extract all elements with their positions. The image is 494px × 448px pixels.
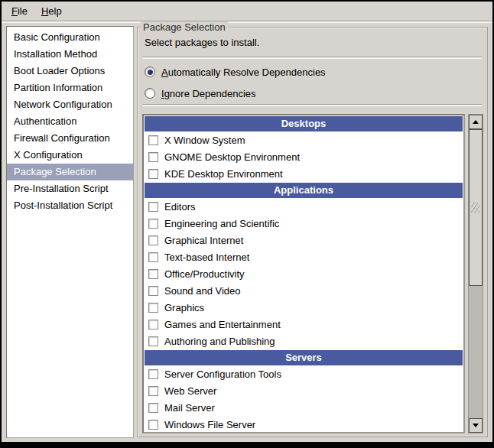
package-row[interactable]: Office/Productivity [144, 265, 463, 282]
package-label: Engineering and Scientific [164, 218, 279, 229]
sidebar-item[interactable]: Boot Loader Options [7, 63, 133, 80]
menubar: File Help [2, 2, 492, 21]
sidebar-item[interactable]: Post-Installation Script [7, 197, 133, 214]
package-checkbox[interactable] [148, 219, 158, 229]
package-label: Games and Entertainment [164, 319, 281, 330]
package-row[interactable]: Authoring and Publishing [144, 333, 463, 349]
radio-auto-resolve-dependencies[interactable]: Automatically Resolve Dependencies [145, 63, 326, 80]
package-label: X Window System [164, 135, 245, 146]
package-row-partial[interactable] [144, 433, 463, 433]
package-row[interactable]: Text-based Internet [144, 248, 463, 265]
package-row[interactable]: Sound and Video [144, 282, 463, 299]
package-checkbox[interactable] [148, 336, 158, 346]
frame-description: Select packages to install. [145, 37, 259, 48]
menu-file[interactable]: File [5, 3, 34, 19]
radio-button[interactable] [145, 88, 155, 99]
sidebar-item[interactable]: Network Configuration [7, 96, 133, 113]
down-arrow-icon [473, 424, 479, 427]
scroll-up-button[interactable] [469, 115, 483, 129]
menu-help[interactable]: Help [34, 3, 69, 19]
package-row[interactable]: Games and Entertainment [144, 316, 463, 333]
package-label: Graphical Internet [164, 235, 243, 246]
package-checkbox[interactable] [148, 235, 158, 245]
sidebar-item[interactable]: Firewall Configuration [7, 130, 133, 147]
package-list: DesktopsX Window SystemGNOME Desktop Env… [142, 114, 465, 433]
package-checkbox[interactable] [148, 286, 158, 296]
package-row[interactable]: X Window System [144, 131, 463, 148]
package-row[interactable]: Editors [144, 198, 463, 215]
scrollbar-thumb[interactable] [469, 129, 483, 286]
radio-ignore-dependencies[interactable]: Ignore Dependencies [145, 85, 256, 102]
package-row[interactable]: Engineering and Scientific [144, 215, 463, 232]
package-label: KDE Desktop Environment [164, 168, 283, 180]
thumb-grip-icon [471, 203, 480, 213]
package-checkbox[interactable] [148, 386, 158, 396]
package-list-area: DesktopsX Window SystemGNOME Desktop Env… [142, 114, 483, 433]
sidebar-item[interactable]: X Configuration [7, 147, 133, 164]
vertical-scrollbar[interactable] [468, 114, 483, 433]
package-selection-frame: Package Selection Select packages to ins… [137, 27, 488, 437]
package-checkbox[interactable] [148, 303, 158, 313]
package-row[interactable]: Server Configuration Tools [144, 365, 463, 382]
package-row[interactable]: GNOME Desktop Environment [144, 148, 463, 165]
package-group-header: Servers [145, 350, 463, 365]
radio-button[interactable] [145, 67, 155, 77]
package-label: Windows File Server [164, 419, 255, 430]
separator [143, 104, 482, 106]
package-label: Web Server [164, 385, 216, 397]
sidebar-item[interactable]: Pre-Installation Script [7, 180, 133, 197]
radio-label: Ignore Dependencies [161, 88, 256, 99]
kickstart-configurator-window: File Help Basic ConfigurationInstallatio… [0, 0, 494, 448]
sidebar-item[interactable]: Authentication [7, 113, 133, 130]
frame-title: Package Selection [141, 21, 228, 33]
package-checkbox[interactable] [148, 369, 158, 379]
sidebar-list: Basic ConfigurationInstallation MethodBo… [6, 26, 134, 438]
package-row[interactable]: Graphical Internet [144, 232, 463, 248]
package-label: Server Configuration Tools [164, 368, 281, 380]
package-checkbox[interactable] [148, 320, 158, 330]
package-checkbox[interactable] [148, 169, 158, 179]
package-label: Office/Productivity [164, 268, 245, 280]
scroll-down-button[interactable] [469, 418, 483, 433]
package-checkbox[interactable] [148, 420, 158, 430]
package-group-header: Applications [145, 183, 463, 198]
package-checkbox[interactable] [148, 403, 158, 413]
package-checkbox[interactable] [148, 252, 158, 262]
up-arrow-icon [473, 120, 479, 124]
package-row[interactable]: Graphics [144, 299, 463, 316]
package-group-header: Desktops [145, 116, 463, 131]
package-label: Text-based Internet [164, 252, 249, 263]
sidebar-item[interactable]: Installation Method [7, 46, 133, 63]
package-checkbox[interactable] [148, 135, 158, 145]
radio-label: Automatically Resolve Dependencies [161, 67, 326, 78]
package-row[interactable]: KDE Desktop Environment [144, 165, 463, 182]
package-checkbox[interactable] [148, 152, 158, 162]
package-label: GNOME Desktop Environment [164, 151, 300, 163]
package-label: Mail Server [164, 402, 215, 414]
menubar-separator [2, 21, 492, 23]
radio-dot [148, 70, 153, 75]
sidebar-item[interactable]: Basic Configuration [7, 29, 133, 46]
package-label: Sound and Video [164, 285, 241, 297]
separator [143, 57, 482, 59]
package-row[interactable]: Web Server [144, 382, 463, 399]
package-row[interactable]: Mail Server [144, 399, 463, 416]
package-checkbox[interactable] [148, 202, 158, 212]
sidebar-item[interactable]: Package Selection [7, 164, 133, 180]
package-label: Editors [164, 201, 195, 213]
package-row[interactable]: Windows File Server [144, 416, 463, 433]
package-label: Authoring and Publishing [164, 336, 275, 347]
package-checkbox[interactable] [148, 269, 158, 279]
package-label: Graphics [164, 302, 204, 313]
sidebar-item[interactable]: Partition Information [7, 80, 133, 96]
